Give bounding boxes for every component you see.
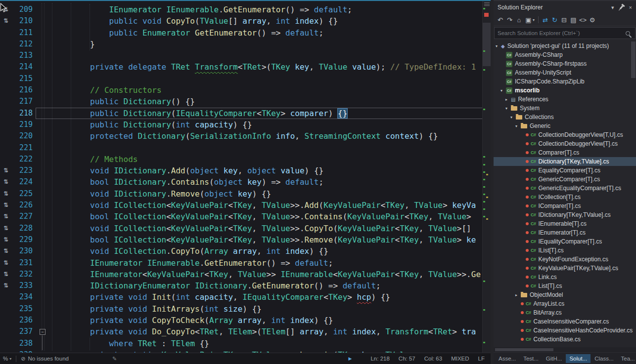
chevron-expanded-icon[interactable]: ▾ xyxy=(505,106,511,111)
tree-item[interactable]: C#Assembly-CSharp xyxy=(494,50,636,59)
code-line-227[interactable]: ⇅227 bool ICollection<KeyValuePair<TKey,… xyxy=(0,211,491,222)
chevron-expanded-icon[interactable]: ▾ xyxy=(500,88,506,93)
tree-item[interactable]: C#Comparer[T].cs xyxy=(494,148,636,157)
chevron-expanded-icon[interactable]: ▾ xyxy=(496,44,501,48)
line-number[interactable]: 213 xyxy=(12,50,36,61)
code-line-236[interactable]: 236 private void CopyToCheck(Array array… xyxy=(0,315,491,326)
chevron-expanded-icon[interactable]: ▾ xyxy=(510,115,516,120)
editor-scrollbar[interactable] xyxy=(482,1,491,353)
code-line-210[interactable]: ⇅210 public void CopyTo(TValue[] array, … xyxy=(0,15,491,27)
tree-item[interactable]: C#CollectionDebuggerView[T].cs xyxy=(494,139,636,148)
code-line-213[interactable]: 213 xyxy=(0,50,491,61)
tree-item[interactable]: C#GenericComparer[T].cs xyxy=(494,175,636,184)
tool-window-tab[interactable]: Asse... xyxy=(495,354,519,363)
tree-item[interactable]: C#KeyNotFoundException.cs xyxy=(494,255,636,264)
tree-item[interactable]: ▸▤References xyxy=(494,95,636,104)
show-all-files-icon[interactable]: ▤ xyxy=(569,16,578,24)
tree-item[interactable]: C#Dictionary[TKey,TValue].cs xyxy=(494,157,636,166)
tree-item[interactable]: ▸ObjectModel xyxy=(494,290,636,299)
tree-item[interactable]: C#Link.cs xyxy=(494,273,636,282)
tree-item[interactable]: C#IEnumerable[T].cs xyxy=(494,219,636,228)
interface-implementation-icon[interactable]: ⇅ xyxy=(0,269,12,280)
line-number[interactable]: 230 xyxy=(12,245,36,257)
tree-item[interactable]: C#EqualityComparer[T].cs xyxy=(494,166,636,175)
properties-icon[interactable]: ⚙ xyxy=(588,16,597,24)
line-number[interactable]: 223 xyxy=(12,165,36,176)
pin-icon[interactable] xyxy=(619,5,624,9)
line-number[interactable]: 239 xyxy=(12,349,36,353)
tree-item[interactable]: C#CollectionDebuggerView[T,U].cs xyxy=(494,130,636,139)
tree-item[interactable]: C#ICSharpCode.SharpZipLib xyxy=(494,77,636,86)
tree-item[interactable]: C#ICollection[T].cs xyxy=(494,193,636,202)
tree-item[interactable]: ▾Generic xyxy=(494,121,636,130)
code-line-212[interactable]: 212 } xyxy=(0,39,491,50)
tool-window-tab[interactable]: GitH... xyxy=(543,354,566,363)
tree-item[interactable]: ▾◆Solution 'project-gui' (11 of 11 proje… xyxy=(494,41,636,50)
code-line-211[interactable]: 211 public Enumerator GetEnumerator() =>… xyxy=(0,27,491,39)
tool-window-tab[interactable]: Class... xyxy=(591,354,617,363)
line-number[interactable]: 238 xyxy=(12,338,36,349)
code-line-219[interactable]: 219 public Dictionary(int capacity) {} xyxy=(0,119,491,130)
tree-item[interactable]: C#KeyValuePair[TKey,TValue].cs xyxy=(494,264,636,273)
line-number[interactable]: 218 xyxy=(12,108,36,119)
line-number[interactable]: 209 xyxy=(12,4,36,15)
chevron-collapsed-icon[interactable]: ▸ xyxy=(505,97,511,102)
line-number[interactable]: 235 xyxy=(12,303,36,315)
code-line-228[interactable]: ⇅228 void ICollection<KeyValuePair<TKey,… xyxy=(0,223,491,234)
tree-item[interactable]: C#IDictionary[TKey,TValue].cs xyxy=(494,210,636,219)
interface-implementation-icon[interactable]: ⇅ xyxy=(0,234,12,245)
split-editor-grip-icon[interactable] xyxy=(484,2,490,6)
collapse-all-icon[interactable]: ⊟ xyxy=(559,16,569,24)
line-number[interactable]: 222 xyxy=(12,154,36,165)
code-line-225[interactable]: ⇅225 void IDictionary.Remove(object key)… xyxy=(0,188,491,200)
scrollbar-thumb[interactable] xyxy=(483,23,491,66)
play-icon[interactable]: ▶ xyxy=(349,356,352,361)
line-number[interactable]: 212 xyxy=(12,39,36,50)
line-number[interactable]: 221 xyxy=(12,142,36,154)
code-line-230[interactable]: ⇅230 void ICollection.CopyTo(Array array… xyxy=(0,245,491,257)
line-number[interactable]: 231 xyxy=(12,257,36,269)
tree-item[interactable]: C#IList[T].cs xyxy=(494,246,636,255)
tree-item[interactable]: C#IEqualityComparer[T].cs xyxy=(494,237,636,246)
tree-item[interactable]: C#BitArray.cs xyxy=(494,308,636,317)
line-number[interactable]: 220 xyxy=(12,130,36,142)
tree-item[interactable]: C#CaseInsensitiveHashCodeProvider.cs xyxy=(494,326,636,335)
tree-scrollbar-thumb[interactable] xyxy=(631,41,636,78)
interface-implementation-icon[interactable]: ⇅ xyxy=(0,280,12,291)
code-line-209[interactable]: ⇅209 IEnumerator IEnumerable.GetEnumerat… xyxy=(0,4,491,15)
line-number[interactable]: 219 xyxy=(12,119,36,130)
tree-scrollbar[interactable] xyxy=(631,41,636,346)
refresh-icon[interactable]: ↻ xyxy=(550,16,559,24)
tree-item[interactable]: C#CollectionBase.cs xyxy=(494,335,636,344)
code-line-220[interactable]: 220 protected Dictionary(SerializationIn… xyxy=(0,130,491,142)
code-line-226[interactable]: ⇅226 void ICollection<KeyValuePair<TKey,… xyxy=(0,200,491,211)
tree-item[interactable]: ▾System xyxy=(494,104,636,113)
issues-indicator[interactable]: ⊘ No issues found xyxy=(21,356,69,362)
tool-window-tab[interactable]: Solut... xyxy=(566,354,591,363)
chevron-expanded-icon[interactable]: ▾ xyxy=(515,124,521,128)
interface-implementation-icon[interactable]: ⇅ xyxy=(0,211,12,222)
zoom-control[interactable]: % ▾ xyxy=(3,356,11,362)
code-line-214[interactable]: 214 private delegate TRet Transform<TRet… xyxy=(0,61,491,73)
code-line-234[interactable]: 234 private void Init(int capacity, IEqu… xyxy=(0,291,491,303)
tree-item[interactable]: C#GenericEqualityComparer[T].cs xyxy=(494,184,636,193)
line-number[interactable]: 234 xyxy=(12,291,36,303)
code-line-216[interactable]: 216 // Constructors xyxy=(0,84,491,96)
search-input[interactable] xyxy=(495,30,626,36)
code-line-233[interactable]: ⇅233 IDictionaryEnumerator IDictionary.G… xyxy=(0,280,491,291)
code-line-223[interactable]: ⇅223 void IDictionary.Add(object key, ob… xyxy=(0,165,491,176)
code-line-218[interactable]: 218 public Dictionary(IEqualityComparer<… xyxy=(0,108,491,119)
tool-window-tab[interactable]: Tea... xyxy=(618,354,636,363)
line-number[interactable]: 217 xyxy=(12,96,36,107)
code-line-222[interactable]: 222 // Methods xyxy=(0,154,491,165)
tree-item[interactable]: C#List[T].cs xyxy=(494,282,636,290)
tree-item[interactable]: C#Assembly-UnityScript xyxy=(494,68,636,77)
window-menu-icon[interactable]: ▾ xyxy=(611,4,614,11)
view-menu-caret-icon[interactable]: ▾ xyxy=(531,18,536,22)
close-icon[interactable]: × xyxy=(629,4,632,10)
tree-hscrollbar-thumb[interactable] xyxy=(495,348,553,351)
tree-item[interactable]: C#Assembly-CSharp-firstpass xyxy=(494,59,636,68)
interface-implementation-icon[interactable]: ⇅ xyxy=(0,15,12,27)
line-number[interactable]: 229 xyxy=(12,234,36,245)
back-icon[interactable]: ↶ xyxy=(496,16,505,24)
